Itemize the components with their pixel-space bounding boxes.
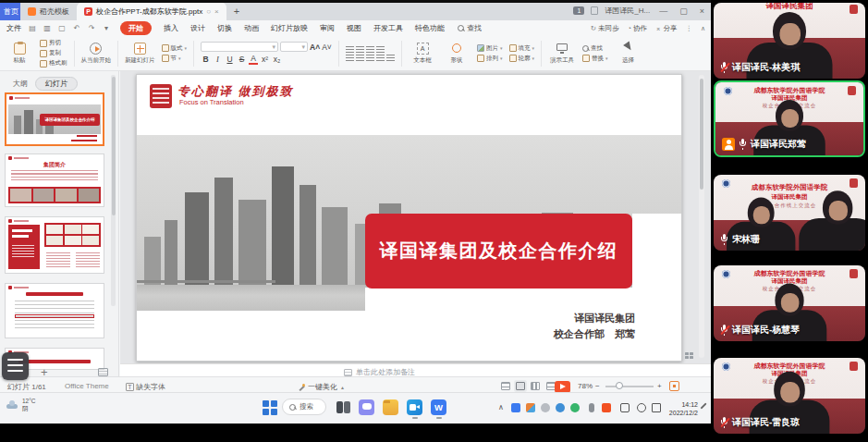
slide-thumbnail-3[interactable] — [5, 216, 104, 274]
zoom-level[interactable]: 78% — [578, 382, 593, 390]
slideshow-play-button[interactable] — [555, 381, 570, 393]
replace-button[interactable]: 替换▾ — [582, 55, 608, 63]
menu-insert[interactable]: 插入 — [164, 23, 178, 33]
layout-button[interactable]: 版式▾ — [162, 44, 188, 53]
chat-app-icon[interactable] — [359, 399, 374, 415]
restore-button[interactable]: ▢ — [677, 6, 691, 16]
bullet-list-icon[interactable] — [346, 46, 354, 53]
missing-font-indicator[interactable]: T缺失字体 — [126, 382, 165, 392]
slide-thumbnail-4[interactable] — [5, 283, 104, 338]
slide-thumbnail-2[interactable]: 集团简介 — [5, 153, 104, 207]
strikethrough-button[interactable]: S — [237, 55, 247, 64]
tab-close-icon[interactable]: × — [214, 7, 219, 16]
play-from-current-button[interactable]: 从当前开始 — [81, 43, 112, 65]
wps-app-icon[interactable]: W — [431, 399, 446, 415]
floating-hamburger-widget[interactable] — [2, 352, 29, 380]
beautify-button[interactable]: 一键美化 ▲ — [298, 382, 345, 392]
superscript-button[interactable]: x² — [260, 55, 270, 64]
outline-tab[interactable]: 大纲 — [13, 79, 28, 89]
font-color-button[interactable]: A — [249, 54, 258, 65]
tray-display-icon[interactable] — [620, 403, 630, 412]
new-tab-button[interactable]: + — [226, 3, 247, 20]
cut-button[interactable]: 剪切 — [40, 39, 67, 47]
doc-count-badge[interactable]: 1 — [573, 6, 584, 15]
notes-toggle-icon[interactable] — [501, 382, 510, 390]
textbox-button[interactable]: A 文本框 — [409, 43, 436, 65]
notification-pen-icon[interactable] — [701, 402, 707, 409]
slide-title-banner[interactable]: 译国译集团及校企合作介绍 — [365, 214, 632, 289]
tray-icon[interactable] — [511, 403, 520, 412]
line-spacing-icon[interactable] — [386, 55, 395, 61]
slides-tab[interactable]: 幻灯片 — [35, 77, 78, 91]
zoom-in-button[interactable]: + — [657, 382, 662, 390]
slide-byline[interactable]: 译国译民集团 校企合作部 郑莺 — [554, 311, 635, 342]
subscript-button[interactable]: x₂ — [272, 55, 282, 64]
fit-to-window-icon[interactable] — [669, 381, 679, 391]
canvas-scrollbar[interactable] — [699, 75, 704, 358]
tab-docer[interactable]: 稻壳模板 — [20, 3, 77, 20]
save-icon[interactable] — [28, 24, 37, 32]
sync-status[interactable]: 未同步 — [591, 24, 619, 33]
zoom-slider-knob[interactable] — [616, 382, 623, 389]
menu-devtools[interactable]: 开发工具 — [373, 23, 403, 33]
notes-bar[interactable]: 单击此处添加备注 — [120, 363, 711, 376]
tray-icon[interactable] — [570, 403, 580, 412]
font-family-select[interactable]: ▾ — [201, 42, 278, 52]
minimize-button[interactable]: — — [656, 6, 670, 16]
menu-slideshow[interactable]: 幻灯片放映 — [271, 23, 308, 33]
slide-thumbnail-1[interactable]: 译国译集团及校企合作介绍 — [5, 92, 104, 146]
tray-expand-icon[interactable]: ∧ — [496, 403, 506, 412]
menu-transition[interactable]: 切换 — [217, 23, 232, 33]
undo-icon[interactable] — [72, 24, 81, 32]
sorter-view-icon[interactable] — [531, 382, 540, 390]
taskbar-weather[interactable]: 12°C阴 — [6, 398, 36, 411]
outline-button[interactable]: 轮廓▾ — [509, 55, 535, 63]
tab-home[interactable]: 首页 — [0, 3, 20, 20]
preview-icon[interactable] — [57, 24, 67, 32]
collaborate-button[interactable]: 协作 — [628, 24, 648, 33]
picture-button[interactable]: 图片▾ — [477, 44, 503, 53]
other-doc-label[interactable]: 译国译民_H... — [605, 6, 650, 16]
find-button[interactable]: 查找 — [582, 44, 608, 53]
paste-button[interactable]: 粘贴 — [6, 43, 33, 65]
taskbar-search[interactable]: 搜索 — [282, 399, 326, 415]
tray-volume-icon[interactable] — [637, 403, 646, 412]
tab-document[interactable]: P 校企合作PPT-成都东软学院.pptx ○ × — [77, 3, 226, 20]
arrange-button[interactable]: 排列▾ — [477, 55, 503, 63]
tray-icon[interactable] — [526, 403, 535, 412]
menu-features[interactable]: 特色功能 — [415, 23, 445, 33]
collapse-ribbon-icon[interactable] — [701, 24, 705, 32]
share-button[interactable]: 分享 — [655, 24, 677, 33]
file-explorer-icon[interactable] — [383, 399, 398, 415]
new-slide-button[interactable]: 新建幻灯片 — [125, 43, 155, 65]
tray-icon[interactable] — [556, 403, 565, 412]
indent-decrease-icon[interactable] — [366, 46, 374, 53]
justify-icon[interactable] — [376, 55, 385, 61]
tray-input-icon[interactable] — [652, 403, 661, 412]
more-icon[interactable] — [685, 24, 692, 32]
redo-icon[interactable] — [87, 24, 96, 32]
find-menu[interactable]: 查找 — [458, 23, 482, 33]
increase-font-button[interactable]: A˄ — [310, 43, 320, 52]
underline-button[interactable]: U — [225, 55, 235, 64]
participant-video-4[interactable]: 成都东软学院外国语学院 译国译民集团 校企合作线上交流会 译国译民-杨慧琴 — [714, 265, 865, 341]
participant-video-2[interactable]: 成都东软学院外国语学院 译国译民集团 校企合作线上交流会 译国译民郑莺 — [714, 80, 865, 157]
quick-access-dropdown-icon[interactable] — [102, 24, 111, 32]
panel-scrollbar[interactable] — [111, 75, 116, 306]
print-icon[interactable] — [43, 24, 52, 32]
grid-view-icon[interactable] — [685, 352, 694, 360]
copy-button[interactable]: 复制 — [40, 49, 67, 57]
participant-video-1[interactable]: 译国译民集团 译国译民-林美琪 — [714, 3, 865, 79]
taskbar-clock[interactable]: 14:12 2022/12/2 — [669, 400, 698, 417]
select-button[interactable]: 选择 — [615, 43, 642, 65]
numbered-list-icon[interactable] — [356, 46, 364, 53]
menu-view[interactable]: 视图 — [347, 23, 361, 33]
decrease-font-button[interactable]: A˅ — [322, 43, 332, 52]
italic-button[interactable]: I — [213, 55, 223, 64]
zoom-slider[interactable] — [605, 386, 654, 387]
start-button[interactable] — [262, 399, 277, 415]
panel-scrollbar-thumb[interactable] — [112, 77, 116, 215]
participant-video-5[interactable]: 成都东软学院外国语学院 译国译民集团 校企合作线上交流会 译国译民-雷良琼 — [714, 358, 865, 434]
menu-animation[interactable]: 动画 — [244, 23, 259, 33]
font-size-select[interactable]: ▾ — [280, 42, 308, 52]
